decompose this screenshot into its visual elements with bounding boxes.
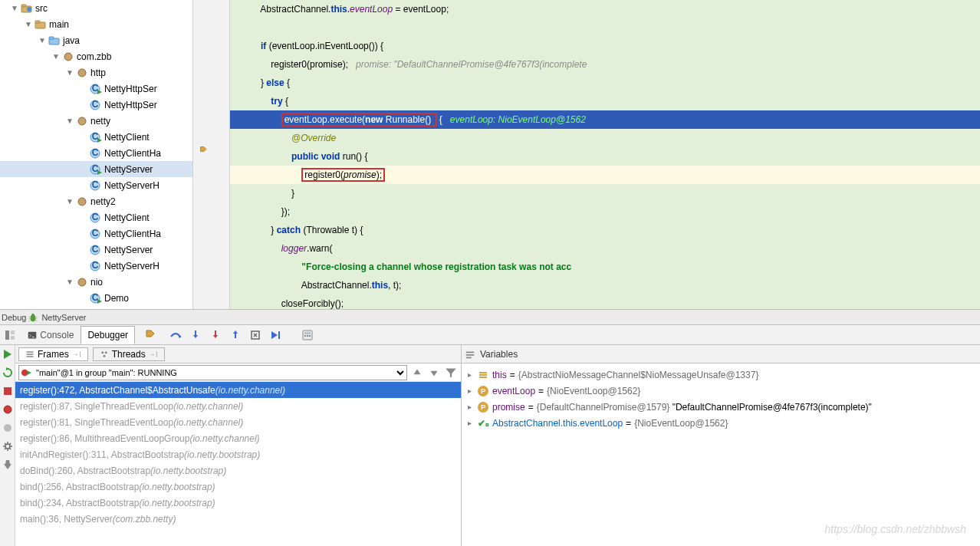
thread-selector[interactable]: "main"@1 in group "main": RUNNING	[18, 365, 407, 380]
tree-twistie-icon[interactable]: ▼	[64, 117, 75, 125]
tree-item[interactable]: ▼netty	[0, 113, 192, 129]
tree-item[interactable]: Demo	[0, 290, 192, 306]
variable-row[interactable]: ▸this = {AbstractNioMessageChannel$NioMe…	[463, 367, 978, 383]
frame-text: main():36, NettyServer	[20, 514, 113, 525]
evaluate-expression-icon[interactable]	[298, 326, 317, 344]
frames-panel-header: Frames→⁞ Threads→⁞	[15, 345, 461, 363]
code-line: register0(promise); promise: "DefaultCha…	[230, 55, 980, 74]
stack-frame[interactable]: initAndRegister():311, AbstractBootstrap…	[15, 446, 461, 462]
tree-item[interactable]: NettyClient	[0, 209, 192, 225]
force-step-into-icon[interactable]	[206, 326, 225, 344]
package-icon	[61, 51, 75, 63]
code-line: @Override	[230, 129, 980, 147]
code-editor[interactable]: AbstractChannel.this.eventLoop = eventLo…	[193, 0, 980, 309]
class-icon	[89, 260, 103, 272]
tree-item[interactable]: NettyClientHa	[0, 145, 192, 161]
thread-running-icon	[21, 367, 31, 380]
tree-twistie-icon[interactable]: ▼	[37, 36, 48, 44]
tree-item[interactable]: ▼com.zbb	[0, 48, 192, 64]
variable-name: promise	[492, 402, 525, 413]
frame-package: (io.netty.channel)	[173, 401, 243, 412]
code-line: public void run() {	[230, 147, 980, 166]
debugger-toolbar: Console Debugger	[0, 325, 980, 345]
gutter-marker-icon[interactable]	[199, 146, 209, 155]
stack-frame[interactable]: bind():234, AbstractBootstrap (io.netty.…	[15, 495, 461, 511]
step-over-icon[interactable]	[166, 326, 186, 344]
frames-subtab[interactable]: Frames→⁞	[18, 347, 88, 361]
run-to-cursor-icon[interactable]	[265, 326, 285, 344]
resume-program-icon[interactable]	[2, 348, 14, 360]
class-run-icon	[89, 83, 103, 95]
stack-frame[interactable]: register():472, AbstractChannel$Abstract…	[15, 382, 461, 398]
tree-item[interactable]: ▼src	[0, 0, 192, 16]
project-tree[interactable]: ▼src▼main▼java▼com.zbb▼httpNettyHttpSerN…	[0, 0, 193, 309]
pin-icon[interactable]	[2, 459, 14, 471]
tab-console[interactable]: Console	[20, 326, 81, 344]
step-out-icon[interactable]	[225, 326, 245, 344]
view-breakpoints-icon[interactable]	[2, 403, 14, 416]
tree-item[interactable]: ▼nio	[0, 274, 192, 290]
tree-item[interactable]: NettyHttpSer	[0, 97, 192, 113]
show-execution-point-icon[interactable]	[141, 326, 161, 344]
tree-item-label: NettyServerH	[104, 261, 159, 271]
mute-breakpoints-icon[interactable]	[2, 422, 14, 434]
tree-item[interactable]: NettyServer	[0, 242, 192, 258]
tab-debugger[interactable]: Debugger	[81, 326, 135, 344]
tree-twistie-icon[interactable]: ▼	[9, 4, 20, 12]
tree-twistie-icon[interactable]: ▼	[51, 52, 61, 61]
class-icon	[89, 244, 103, 256]
prev-frame-icon[interactable]	[410, 366, 424, 380]
code-line: AbstractChannel.this.eventLoop = eventLo…	[230, 0, 980, 18]
tree-item[interactable]: NettyHttpSer	[0, 81, 192, 97]
variables-list[interactable]: ▸this = {AbstractNioMessageChannel$NioMe…	[462, 363, 980, 546]
variable-row[interactable]: ▸✔ₒAbstractChannel.this.eventLoop = {Nio…	[463, 415, 978, 431]
frame-text: register():472, AbstractChannel$Abstract…	[20, 385, 215, 396]
debug-tool-window-header: Debug NettyServer	[0, 310, 980, 325]
stack-frame[interactable]: bind():256, AbstractBootstrap (io.netty.…	[15, 479, 461, 495]
tree-item-label: NettyClient	[104, 212, 150, 223]
variables-icon	[465, 349, 475, 360]
step-into-icon[interactable]	[186, 326, 206, 344]
variable-row[interactable]: ▸PeventLoop = {NioEventLoop@1562}	[463, 383, 978, 399]
stack-frame[interactable]: register():87, SingleThreadEventLoop (io…	[15, 398, 461, 414]
tree-item[interactable]: NettyServerH	[0, 177, 192, 193]
var-twistie-icon[interactable]: ▸	[465, 419, 474, 427]
code-area[interactable]: AbstractChannel.this.eventLoop = eventLo…	[230, 0, 980, 309]
frames-list[interactable]: register():472, AbstractChannel$Abstract…	[15, 382, 461, 546]
tree-item[interactable]: ▼netty2	[0, 193, 192, 209]
var-twistie-icon[interactable]: ▸	[465, 370, 474, 379]
stop-icon[interactable]	[2, 385, 14, 397]
tree-item[interactable]: ▼main	[0, 16, 192, 32]
stack-frame[interactable]: register():81, SingleThreadEventLoop (io…	[15, 414, 461, 430]
drop-frame-icon[interactable]	[245, 326, 265, 344]
tree-item-label: NettyClientHa	[104, 148, 161, 159]
stack-frame[interactable]: register():86, MultithreadEventLoopGroup…	[15, 430, 461, 446]
stack-frame[interactable]: main():36, NettyServer (com.zbb.netty)	[15, 511, 461, 527]
stack-frame[interactable]: doBind():260, AbstractBootstrap (io.nett…	[15, 462, 461, 479]
tree-twistie-icon[interactable]: ▼	[23, 20, 34, 28]
threads-subtab[interactable]: Threads→⁞	[93, 347, 165, 361]
tree-item[interactable]: ▼java	[0, 32, 192, 48]
tree-item-label: java	[63, 35, 80, 46]
var-twistie-icon[interactable]: ▸	[465, 403, 474, 411]
tree-item-label: Demo	[104, 293, 129, 304]
layout-icon[interactable]	[0, 326, 20, 344]
tree-item[interactable]: NettyServer	[0, 161, 192, 177]
var-twistie-icon[interactable]: ▸	[465, 386, 474, 395]
tree-item[interactable]: NettyServerH	[0, 258, 192, 274]
rerun-icon[interactable]	[2, 367, 14, 379]
tree-item[interactable]: ▼http	[0, 64, 192, 81]
tree-item[interactable]: NettyClientHa	[0, 225, 192, 242]
next-frame-icon[interactable]	[427, 366, 441, 380]
tree-twistie-icon[interactable]: ▼	[64, 68, 75, 77]
tree-item[interactable]: NettyClient	[0, 129, 192, 145]
frame-package: (io.netty.bootstrap)	[139, 482, 215, 492]
settings-icon[interactable]	[2, 440, 14, 452]
tree-twistie-icon[interactable]: ▼	[64, 197, 75, 206]
editor-gutter[interactable]	[193, 0, 230, 309]
frame-text: doBind():260, AbstractBootstrap	[20, 465, 150, 476]
variable-row[interactable]: ▸Ppromise = {DefaultChannelPromise@1579}…	[463, 399, 978, 415]
tree-twistie-icon[interactable]: ▼	[64, 278, 75, 286]
filter-frames-icon[interactable]	[444, 366, 458, 380]
class-icon	[89, 147, 103, 160]
